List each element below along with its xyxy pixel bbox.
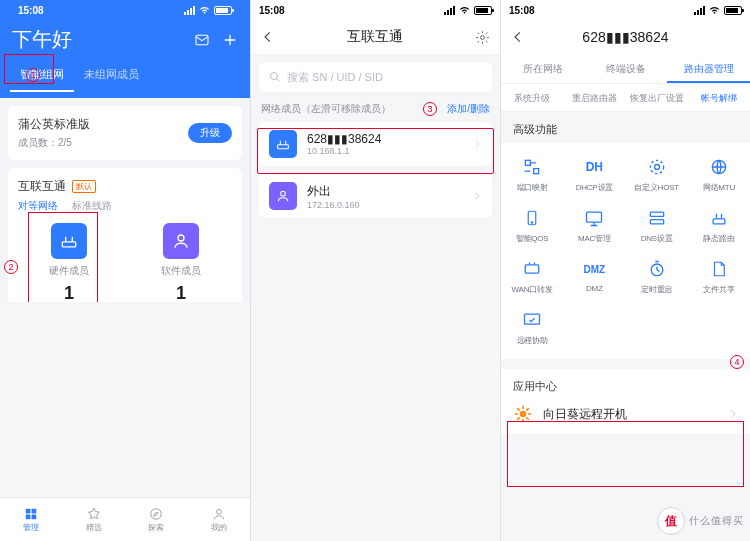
hardware-members[interactable]: 硬件成员 1 xyxy=(18,223,120,302)
signal-icon xyxy=(444,6,455,15)
signal-icon xyxy=(694,6,705,15)
feat-dmz[interactable]: DMZDMZ xyxy=(563,251,625,302)
member-ip: 10.168.1.1 xyxy=(307,146,381,156)
greeting: 下午好 xyxy=(12,26,72,53)
app-item-sunlogin[interactable]: 向日葵远程开机 xyxy=(513,404,738,424)
svg-rect-3 xyxy=(26,508,31,513)
sub-unbind[interactable]: 帐号解绑 xyxy=(688,84,750,111)
mail-icon[interactable] xyxy=(194,32,210,48)
hw-count: 1 xyxy=(64,283,74,302)
status-bar: 15:08 xyxy=(10,0,240,20)
member-name: 外出 xyxy=(307,183,360,200)
compass-icon xyxy=(149,507,163,521)
add-remove-link[interactable]: 添加/删除 xyxy=(447,102,490,116)
feat-static[interactable]: 静态路由 xyxy=(688,200,750,251)
mtu-icon xyxy=(708,156,730,178)
feat-remote[interactable]: 远程协助 xyxy=(501,302,563,353)
svg-rect-1 xyxy=(62,242,75,247)
search-icon xyxy=(269,71,281,83)
plan-card[interactable]: 蒲公英标准版 成员数：2/5 升级 xyxy=(8,106,242,160)
feat-mac[interactable]: MAC管理 xyxy=(563,200,625,251)
battery-icon xyxy=(214,6,232,15)
svg-rect-24 xyxy=(525,265,538,273)
svg-rect-0 xyxy=(196,35,208,44)
screen-interconnect: 15:08 互联互通 搜索 SN / UID / SID 网络成员（左滑可移除成… xyxy=(250,0,500,541)
plan-members: 成员数：2/5 xyxy=(18,136,90,150)
software-members[interactable]: 软件成员 1 xyxy=(130,223,232,302)
feature-grid: 端口映射 DHDHCP设置 自定义HOST 网络MTU 智能QOS MAC管理 … xyxy=(501,143,750,359)
tab-devices[interactable]: 终端设备 xyxy=(584,54,667,83)
feat-reboot[interactable]: 定时重启 xyxy=(626,251,688,302)
feat-dns[interactable]: DNS设置 xyxy=(626,200,688,251)
svg-point-8 xyxy=(216,509,221,514)
svg-point-27 xyxy=(520,411,527,418)
file-icon xyxy=(708,258,730,280)
chevron-right-icon xyxy=(472,191,482,201)
tab-network[interactable]: 所在网络 xyxy=(501,54,584,83)
sub-upgrade[interactable]: 系统升级 xyxy=(501,84,563,111)
member-ip: 172.16.0.160 xyxy=(307,200,360,210)
wifi-icon xyxy=(199,6,210,14)
sw-count: 1 xyxy=(176,283,186,302)
battery-icon xyxy=(724,6,742,15)
svg-rect-20 xyxy=(587,212,602,222)
interconnect-title: 互联互通 xyxy=(18,178,66,195)
interconnect-card: 互联互通 默认 对等网络 标准线路 硬件成员 1 xyxy=(8,168,242,302)
advanced-section-title: 高级功能 xyxy=(501,112,750,143)
user-icon xyxy=(269,182,297,210)
bottom-tabbar: 管理 精选 探索 我的 xyxy=(0,497,250,541)
tab-mine[interactable]: 我的 xyxy=(188,498,251,541)
tab-featured[interactable]: 精选 xyxy=(63,498,126,541)
host-icon xyxy=(646,156,668,178)
plus-icon[interactable] xyxy=(222,32,238,48)
svg-rect-11 xyxy=(278,145,289,149)
upgrade-button[interactable]: 升级 xyxy=(188,123,232,143)
screen-home: 15:08 下午好 智能组网 未组网成员 1 蒲公英标准版 成员数：2/5 xyxy=(0,0,250,541)
feat-dhcp[interactable]: DHDHCP设置 xyxy=(563,149,625,200)
svg-rect-23 xyxy=(713,219,725,224)
tab-ungrouped[interactable]: 未组网成员 xyxy=(74,61,149,92)
feat-port-map[interactable]: 端口映射 xyxy=(501,149,563,200)
status-bar: 15:08 xyxy=(251,0,500,20)
search-input[interactable]: 搜索 SN / UID / SID xyxy=(259,62,492,92)
subtab-standard[interactable]: 标准线路 xyxy=(72,199,112,213)
page-title: 628▮▮▮38624 xyxy=(582,29,668,45)
section-label: 网络成员（左滑可移除成员） xyxy=(261,102,391,116)
subtab-peer[interactable]: 对等网络 xyxy=(18,199,58,213)
feat-mtu[interactable]: 网络MTU xyxy=(688,149,750,200)
default-badge: 默认 xyxy=(72,180,96,193)
chevron-right-icon xyxy=(472,139,482,149)
feat-qos[interactable]: 智能QOS xyxy=(501,200,563,251)
timer-icon xyxy=(646,258,668,280)
plan-name: 蒲公英标准版 xyxy=(18,116,90,133)
status-bar: 15:08 xyxy=(501,0,750,20)
person-icon xyxy=(212,507,226,521)
wifi-icon xyxy=(459,6,470,14)
screen-router: 15:08 628▮▮▮38624 所在网络 终端设备 路由器管理 系统升级 重… xyxy=(500,0,750,541)
svg-rect-26 xyxy=(525,314,540,324)
back-icon[interactable] xyxy=(261,30,275,44)
feat-wan[interactable]: WAN口转发 xyxy=(501,251,563,302)
wifi-icon xyxy=(709,6,720,14)
feat-host[interactable]: 自定义HOST xyxy=(626,149,688,200)
sub-reboot[interactable]: 重启路由器 xyxy=(563,84,625,111)
tab-manage[interactable]: 管理 xyxy=(0,498,63,541)
svg-rect-21 xyxy=(650,212,663,216)
svg-point-12 xyxy=(281,191,286,196)
tab-router-mgmt[interactable]: 路由器管理 xyxy=(667,54,750,83)
tab-smart-network[interactable]: 智能组网 xyxy=(10,61,74,92)
gear-icon[interactable] xyxy=(475,30,490,45)
sub-tabs: 系统升级 重启路由器 恢复出厂设置 帐号解绑 xyxy=(501,84,750,112)
svg-rect-5 xyxy=(26,514,31,519)
sub-factory[interactable]: 恢复出厂设置 xyxy=(626,84,688,111)
svg-rect-14 xyxy=(534,169,539,174)
svg-point-2 xyxy=(178,235,184,241)
feat-fileshare[interactable]: 文件共享 xyxy=(688,251,750,302)
back-icon[interactable] xyxy=(511,30,525,44)
port-map-icon xyxy=(521,156,543,178)
page-title: 互联互通 xyxy=(347,28,403,46)
member-row[interactable]: 外出 172.16.0.160 xyxy=(259,174,492,218)
member-row[interactable]: 628▮▮▮38624 10.168.1.1 xyxy=(259,122,492,166)
chevron-right-icon xyxy=(728,409,738,419)
tab-explore[interactable]: 探索 xyxy=(125,498,188,541)
